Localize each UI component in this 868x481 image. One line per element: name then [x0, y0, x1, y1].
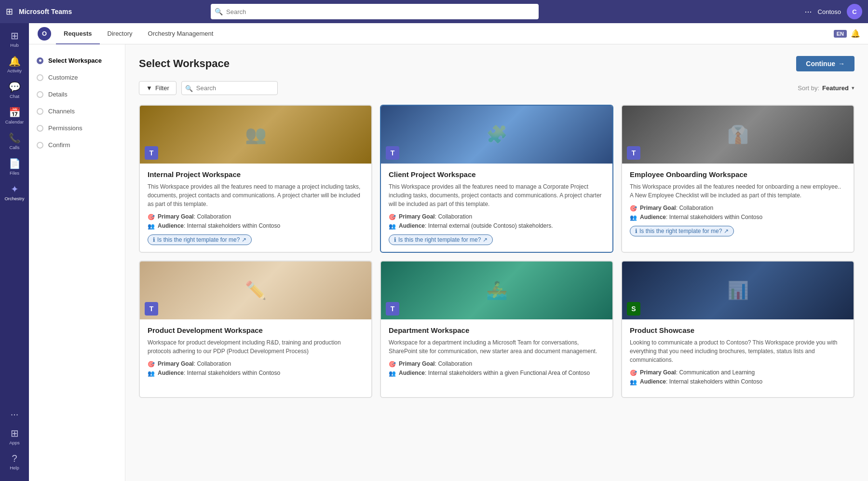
workspace-card-product-development[interactable]: ✏️ T Product Development Workspace Works…	[139, 261, 372, 398]
user-avatar[interactable]: C	[847, 4, 862, 19]
files-icon: 📄	[9, 158, 21, 169]
goal-icon-department: 🎯	[389, 361, 396, 368]
card-audience-employee-onboarding: 👥 Audience: Internal stakeholders within…	[630, 214, 846, 221]
tab-directory[interactable]: Directory	[100, 23, 140, 44]
card-goal-client-project: 🎯 Primary Goal: Collaboration	[389, 213, 605, 220]
more-icon: ···	[11, 409, 19, 420]
step-channels[interactable]: Channels	[29, 103, 125, 120]
continue-button[interactable]: Continue →	[796, 56, 854, 71]
card-body-product-development: Product Development Workspace Workspace …	[140, 319, 371, 388]
tab-orchestry-management[interactable]: Orchestry Management	[140, 23, 221, 44]
card-body-product-showcase: Product Showcase Looking to communicate …	[622, 319, 854, 397]
sidebar-item-chat[interactable]: 💬 Chat	[2, 78, 27, 102]
workspace-card-department[interactable]: 🚣 T Department Workspace Workspace for a…	[380, 261, 613, 398]
app-name: Microsoft Teams	[19, 8, 72, 15]
sidebar-item-more[interactable]: ···	[2, 406, 27, 423]
step-details[interactable]: Details	[29, 86, 125, 103]
step-dot-permissions	[37, 125, 43, 132]
info-icon-internal-project: ℹ	[153, 236, 155, 243]
workspace-search-wrap: 🔍	[181, 81, 278, 95]
card-body-employee-onboarding: Employee Onboarding Workspace This Works…	[622, 164, 854, 243]
calendar-icon: 📅	[9, 107, 21, 118]
card-meta-client-project: 🎯 Primary Goal: Collaboration 👥 Audience…	[389, 213, 605, 230]
calls-icon: 📞	[9, 132, 21, 144]
card-link-client-project[interactable]: ℹ Is this the right template for me? ↗	[389, 234, 493, 245]
audience-icon-product-showcase: 👥	[630, 379, 637, 385]
sidebar-item-calendar[interactable]: 📅 Calendar	[2, 104, 27, 127]
filter-bar-left: ▼ Filter 🔍	[139, 81, 278, 95]
teams-badge-department: T	[386, 302, 399, 316]
card-title-product-development: Product Development Workspace	[148, 326, 364, 334]
main-layout: ⊞ Hub 🔔 Activity 💬 Chat 📅 Calendar 📞 Cal…	[0, 23, 868, 481]
card-audience-product-showcase: 👥 Audience: Internal stakeholders within…	[630, 378, 846, 385]
card-goal-employee-onboarding: 🎯 Primary Goal: Collaboration	[630, 205, 846, 212]
step-permissions[interactable]: Permissions	[29, 120, 125, 137]
grid-icon[interactable]: ⊞	[6, 6, 13, 17]
step-dot-details	[37, 91, 43, 98]
teams-badge-internal-project: T	[145, 146, 158, 160]
filter-button[interactable]: ▼ Filter	[139, 81, 176, 95]
card-meta-product-development: 🎯 Primary Goal: Collaboration 👥 Audience…	[148, 360, 364, 377]
info-icon-client-project: ℹ	[394, 236, 396, 243]
workspace-card-employee-onboarding[interactable]: 👔 T Employee Onboarding Workspace This W…	[621, 105, 854, 253]
sidebar-label-apps: Apps	[9, 440, 20, 445]
cards-grid: 👥 T Internal Project Workspace This Work…	[139, 105, 854, 398]
workspace-card-internal-project[interactable]: 👥 T Internal Project Workspace This Work…	[139, 105, 372, 253]
sidebar-label-activity: Activity	[7, 68, 22, 73]
card-title-internal-project: Internal Project Workspace	[148, 170, 364, 179]
workspace-card-client-project[interactable]: 🧩 T Client Project Workspace This Worksp…	[380, 105, 613, 253]
card-body-department: Department Workspace Workspace for a dep…	[381, 319, 612, 388]
card-body-client-project: Client Project Workspace This Workspace …	[381, 164, 612, 252]
arrow-right-icon: →	[838, 60, 845, 68]
sidebar-label-hub: Hub	[10, 42, 18, 48]
teams-badge-product-development: T	[145, 302, 158, 316]
step-customize[interactable]: Customize	[29, 69, 125, 86]
card-link-internal-project[interactable]: ℹ Is this the right template for me? ↗	[148, 234, 252, 245]
sidebar-item-activity[interactable]: 🔔 Activity	[2, 53, 27, 76]
card-desc-employee-onboarding: This Workspace provides all the features…	[630, 182, 846, 200]
top-search-input[interactable]	[211, 4, 539, 19]
card-meta-internal-project: 🎯 Primary Goal: Collaboration 👥 Audience…	[148, 213, 364, 230]
card-desc-product-development: Workspace for product development includ…	[148, 338, 364, 356]
tab-requests[interactable]: Requests	[56, 23, 100, 44]
notification-bell-icon[interactable]: 🔔	[851, 29, 860, 38]
chat-icon: 💬	[9, 81, 21, 93]
goal-icon-internal-project: 🎯	[148, 214, 155, 220]
card-link-employee-onboarding[interactable]: ℹ Is this the right template for me? ↗	[630, 226, 734, 236]
sort-chevron-icon[interactable]: ▾	[852, 85, 854, 91]
sidebar-item-hub[interactable]: ⊞ Hub	[2, 27, 27, 51]
step-dot-channels	[37, 108, 43, 115]
sidebar-item-calls[interactable]: 📞 Calls	[2, 129, 27, 153]
card-image-internal-project: 👥 T	[140, 106, 371, 164]
sort-by: Sort by: Featured ▾	[798, 84, 854, 92]
card-meta-employee-onboarding: 🎯 Primary Goal: Collaboration 👥 Audience…	[630, 205, 846, 221]
card-title-employee-onboarding: Employee Onboarding Workspace	[630, 170, 846, 179]
workspace-search-input[interactable]	[181, 81, 278, 95]
info-icon-employee-onboarding: ℹ	[635, 228, 637, 234]
step-select-workspace[interactable]: Select Workspace	[29, 52, 125, 69]
more-options-icon[interactable]: ···	[805, 7, 812, 17]
workspace-card-product-showcase[interactable]: 📊 S Product Showcase Looking to communic…	[621, 261, 854, 398]
sidebar-item-orchestry[interactable]: ✦ Orchestry	[2, 180, 27, 204]
language-badge[interactable]: EN	[834, 30, 847, 38]
step-dot-customize	[37, 74, 43, 81]
goal-icon-product-development: 🎯	[148, 361, 155, 368]
card-image-product-showcase: 📊 S	[622, 261, 854, 319]
card-audience-product-development: 👥 Audience: Internal stakeholders within…	[148, 370, 364, 377]
card-title-department: Department Workspace	[389, 326, 605, 334]
filter-icon: ▼	[146, 84, 152, 92]
card-body-internal-project: Internal Project Workspace This Workspac…	[140, 164, 371, 252]
sidebar-bottom: ··· ⊞ Apps ? Help	[2, 406, 27, 477]
sidebar-item-apps[interactable]: ⊞ Apps	[2, 425, 27, 448]
sidebar-label-orchestry: Orchestry	[4, 196, 24, 201]
audience-icon-employee-onboarding: 👥	[630, 214, 637, 221]
main-content: Select Workspace Continue → ▼ Filter 🔍	[125, 44, 868, 481]
card-goal-product-development: 🎯 Primary Goal: Collaboration	[148, 360, 364, 368]
sort-value[interactable]: Featured	[822, 84, 849, 92]
step-confirm[interactable]: Confirm	[29, 137, 125, 153]
sidebar-item-help[interactable]: ? Help	[2, 450, 27, 473]
sidebar-item-files[interactable]: 📄 Files	[2, 155, 27, 179]
workspace-search-icon: 🔍	[185, 84, 193, 92]
sidebar-label-help: Help	[10, 465, 19, 470]
filter-bar: ▼ Filter 🔍 Sort by: Featured ▾	[139, 81, 854, 95]
